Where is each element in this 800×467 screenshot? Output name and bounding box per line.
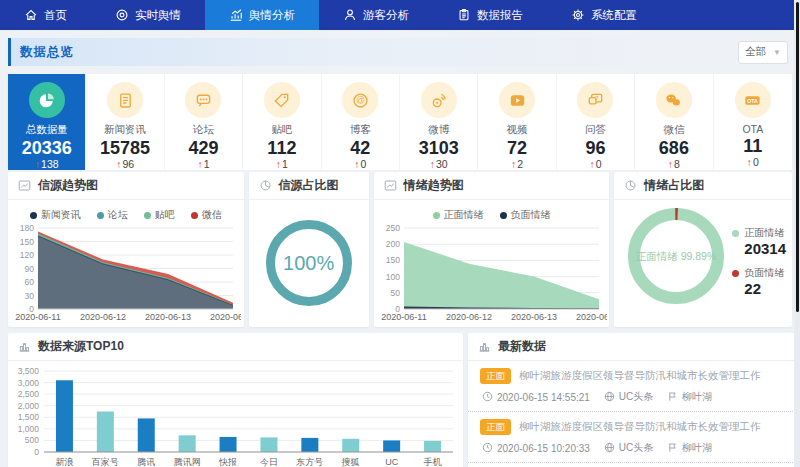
latest-item-source: UC头条 xyxy=(604,390,653,404)
svg-text:2020-06-12: 2020-06-12 xyxy=(446,312,492,322)
scope-filter-select[interactable]: 全部 ▼ xyxy=(738,41,788,64)
latest-data-header: 最新数据 更多 xyxy=(468,333,800,361)
stat-card[interactable]: 视频72↑2 xyxy=(478,74,556,170)
latest-item-source: UC头条 xyxy=(604,441,653,455)
sentiment-badge: 正面 xyxy=(480,419,511,435)
stat-card[interactable]: ?问答96↑0 xyxy=(557,74,635,170)
svg-text:120: 120 xyxy=(20,250,34,260)
stat-delta-value: 8 xyxy=(674,158,680,170)
stat-card[interactable]: 总数据量20336↑138 xyxy=(8,74,86,170)
stat-delta-value: 1 xyxy=(204,158,210,170)
legend-item[interactable]: 论坛 xyxy=(97,207,128,223)
legend-item[interactable]: 新闻资讯 xyxy=(30,207,81,223)
legend-item[interactable]: 正面情绪 xyxy=(732,226,786,240)
legend-dot xyxy=(191,212,198,219)
svg-text:OTA: OTA xyxy=(747,97,758,103)
nav-item-4[interactable]: 游客分析 xyxy=(319,0,433,30)
svg-text:腾讯网: 腾讯网 xyxy=(174,457,201,467)
source-trend-header: 信源趋势图 xyxy=(8,172,244,200)
svg-text:50: 50 xyxy=(390,288,400,298)
globe-icon xyxy=(604,391,615,404)
nav-item-1[interactable]: 首页 xyxy=(0,0,91,30)
stat-value: 96 xyxy=(557,138,634,158)
scrollbar-thumb[interactable] xyxy=(796,2,799,312)
stat-card[interactable]: @博客42↑0 xyxy=(322,74,400,170)
up-arrow-icon: ↑ xyxy=(276,158,281,170)
source-ratio-donut: 100% xyxy=(266,220,352,306)
analysis-icon xyxy=(229,8,243,22)
section-header-row: 数据总览 全部 ▼ xyxy=(8,38,792,66)
sentiment-trend-panel: 情绪趋势图 正面情绪负面情绪 0501001502002502020-06-11… xyxy=(374,172,610,327)
stat-card[interactable]: 新闻资讯15785↑96 xyxy=(86,74,164,170)
legend-item[interactable]: 负面情绪 xyxy=(732,266,786,280)
wechat-icon xyxy=(656,82,692,118)
nav-item-6[interactable]: 系统配置 xyxy=(547,0,661,30)
latest-data-panel: 最新数据 更多 正面柳叶湖旅游度假区领导督导防汛和城市长效管理工作2020-06… xyxy=(468,333,800,467)
source-trend-legend: 新闻资讯论坛贴吧微信 xyxy=(8,207,244,223)
nav-item-3[interactable]: 舆情分析 xyxy=(205,0,319,30)
up-arrow-icon: ↑ xyxy=(197,158,202,170)
latest-item-time: 2020-06-15 14:55:21 xyxy=(482,391,590,404)
up-arrow-icon: ↑ xyxy=(747,156,752,168)
latest-data-item[interactable]: 正面【柳叶湖】常德柳叶湖集城、湖、山、洲为一体，是天然造化的生态组合盛景…202… xyxy=(468,463,800,467)
meta-text: 柳叶湖 xyxy=(682,390,712,404)
stat-card[interactable]: 贴吧112↑1 xyxy=(243,74,321,170)
legend-dot xyxy=(732,230,739,237)
latest-item-site: 柳叶湖 xyxy=(667,441,712,455)
sentiment-badge: 正面 xyxy=(480,368,511,384)
clock-icon xyxy=(482,442,493,455)
latest-data-item[interactable]: 正面柳叶湖旅游度假区领导督导防汛和城市长效管理工作2020-06-15 14:5… xyxy=(468,361,800,412)
svg-text:30: 30 xyxy=(25,291,35,301)
sentiment-ratio-body: 正面情绪 99.89% 正面情绪20314负面情绪22 xyxy=(614,200,792,310)
trend-chart-icon xyxy=(384,179,397,192)
meta-text: 柳叶湖 xyxy=(682,441,712,455)
nav-item-label: 游客分析 xyxy=(363,8,409,23)
latest-item-time: 2020-06-15 10:20:33 xyxy=(482,442,590,455)
legend-item[interactable]: 正面情绪 xyxy=(433,207,484,223)
up-arrow-icon: ↑ xyxy=(589,158,594,170)
stat-card[interactable]: 论坛429↑1 xyxy=(165,74,243,170)
stat-delta-value: 0 xyxy=(361,158,367,170)
stat-value: 429 xyxy=(165,138,242,158)
stat-value: 3103 xyxy=(400,138,477,158)
latest-data-item[interactable]: 正面柳叶湖旅游度假区领导督导防汛和城市长效管理工作2020-06-15 10:2… xyxy=(468,412,800,463)
stat-value: 20336 xyxy=(8,138,85,158)
source-ratio-header: 信源占比图 xyxy=(249,172,369,200)
stat-delta: ↑2 xyxy=(478,158,555,170)
legend-item[interactable]: 贴吧 xyxy=(144,207,175,223)
stat-card[interactable]: 微博3103↑30 xyxy=(400,74,478,170)
charts-row: 信源趋势图 新闻资讯论坛贴吧微信 03060901201501802020-06… xyxy=(8,172,792,327)
nav-item-5[interactable]: 数据报告 xyxy=(433,0,547,30)
svg-text:500: 500 xyxy=(25,435,39,445)
source-ratio-chart: 100% xyxy=(249,200,369,326)
stat-label: OTA xyxy=(714,123,792,135)
bar-chart-icon xyxy=(18,340,31,353)
stat-value: 112 xyxy=(243,138,320,158)
stat-value: 11 xyxy=(714,136,792,156)
globe-icon xyxy=(604,442,615,455)
source-trend-chart: 03060901201501802020-06-112020-06-122020… xyxy=(8,223,241,323)
source-ratio-title: 信源占比图 xyxy=(279,177,339,194)
dashboard-page: 首页实时舆情舆情分析游客分析数据报告系统配置 数据总览 全部 ▼ 总数据量203… xyxy=(0,0,800,467)
top10-title: 数据来源TOP10 xyxy=(38,338,124,355)
svg-text:腾讯: 腾讯 xyxy=(137,457,155,467)
stat-card[interactable]: OTAOTA11↑0 xyxy=(714,74,792,170)
svg-text:250: 250 xyxy=(386,223,400,233)
blog-icon: @ xyxy=(342,82,378,118)
nav-item-2[interactable]: 实时舆情 xyxy=(91,0,205,30)
legend-dot xyxy=(144,212,151,219)
legend-label: 新闻资讯 xyxy=(41,208,81,222)
legend-item[interactable]: 负面情绪 xyxy=(500,207,551,223)
stat-delta: ↑0 xyxy=(714,156,792,168)
gear-icon xyxy=(571,8,585,22)
legend-item[interactable]: 微信 xyxy=(191,207,222,223)
latest-data-title: 最新数据 xyxy=(498,338,546,355)
top10-panel: 数据来源TOP10 05001,0001,5002,0002,5003,0003… xyxy=(8,333,463,467)
tag-icon xyxy=(264,82,300,118)
stat-delta: ↑1 xyxy=(165,158,242,170)
scope-filter-value: 全部 xyxy=(745,45,766,59)
pie-chart-icon xyxy=(259,179,272,192)
stat-card[interactable]: 微信686↑8 xyxy=(635,74,713,170)
svg-text:3,500: 3,500 xyxy=(18,366,40,376)
svg-text:?: ? xyxy=(595,94,599,101)
